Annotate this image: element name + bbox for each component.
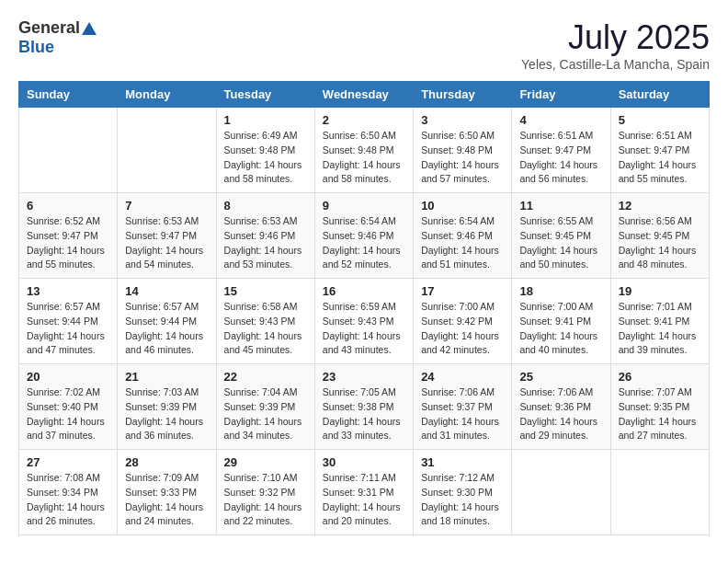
day-info: Sunrise: 7:00 AM Sunset: 9:42 PM Dayligh… [421,300,504,358]
sunrise-text: Sunrise: 6:53 AM [125,215,199,226]
sunrise-text: Sunrise: 6:49 AM [224,130,298,141]
day-info: Sunrise: 7:12 AM Sunset: 9:30 PM Dayligh… [421,471,504,529]
calendar-day-cell: 24 Sunrise: 7:06 AM Sunset: 9:37 PM Dayl… [414,364,512,450]
sunset-text: Sunset: 9:41 PM [619,316,690,327]
calendar-day-header: Saturday [610,82,709,108]
day-number: 30 [323,455,405,469]
sunset-text: Sunset: 9:42 PM [421,316,493,327]
sunset-text: Sunset: 9:34 PM [27,487,98,498]
daylight-text: Daylight: 14 hours and 47 minutes. [27,330,105,356]
sunrise-text: Sunrise: 7:05 AM [323,386,396,397]
day-info: Sunrise: 6:53 AM Sunset: 9:46 PM Dayligh… [224,214,307,272]
daylight-text: Daylight: 14 hours and 43 minutes. [323,330,401,356]
sunrise-text: Sunrise: 7:07 AM [619,386,692,397]
day-number: 8 [224,199,307,213]
day-number: 27 [27,455,109,469]
header: General Blue July 2025 Yeles, Castille-L… [18,18,710,72]
calendar-day-cell: 30 Sunrise: 7:11 AM Sunset: 9:31 PM Dayl… [314,450,413,535]
sunset-text: Sunset: 9:48 PM [323,144,394,155]
daylight-text: Daylight: 14 hours and 26 minutes. [27,501,105,527]
sunrise-text: Sunrise: 7:00 AM [421,301,495,312]
sunset-text: Sunset: 9:46 PM [421,230,493,241]
calendar-week-row: 6 Sunrise: 6:52 AM Sunset: 9:47 PM Dayli… [19,193,710,279]
sunrise-text: Sunrise: 6:54 AM [421,215,495,226]
calendar-day-cell: 27 Sunrise: 7:08 AM Sunset: 9:34 PM Dayl… [19,450,118,535]
day-number: 22 [224,370,307,384]
day-info: Sunrise: 7:05 AM Sunset: 9:38 PM Dayligh… [323,385,405,443]
calendar-day-cell: 2 Sunrise: 6:50 AM Sunset: 9:48 PM Dayli… [314,108,413,193]
daylight-text: Daylight: 14 hours and 54 minutes. [125,245,203,270]
calendar-day-cell: 10 Sunrise: 6:54 AM Sunset: 9:46 PM Dayl… [414,193,512,279]
sunset-text: Sunset: 9:36 PM [519,401,591,412]
day-number: 13 [27,284,109,298]
logo-general-text: General [18,18,80,38]
daylight-text: Daylight: 14 hours and 33 minutes. [323,416,401,442]
daylight-text: Daylight: 14 hours and 18 minutes. [421,501,499,527]
daylight-text: Daylight: 14 hours and 51 minutes. [421,245,499,270]
daylight-text: Daylight: 14 hours and 31 minutes. [421,416,499,442]
calendar-body: 1 Sunrise: 6:49 AM Sunset: 9:48 PM Dayli… [19,108,710,535]
daylight-text: Daylight: 14 hours and 22 minutes. [224,501,302,527]
logo-blue-text: Blue [18,38,54,56]
sunrise-text: Sunrise: 7:06 AM [421,386,495,397]
sunset-text: Sunset: 9:37 PM [421,401,493,412]
location-title: Yeles, Castille-La Mancha, Spain [521,57,710,72]
day-number: 29 [224,455,307,469]
day-info: Sunrise: 6:50 AM Sunset: 9:48 PM Dayligh… [421,129,504,187]
daylight-text: Daylight: 14 hours and 56 minutes. [519,159,597,185]
day-number: 6 [27,199,109,213]
day-number: 21 [125,370,208,384]
daylight-text: Daylight: 14 hours and 57 minutes. [421,159,499,185]
sunset-text: Sunset: 9:40 PM [27,401,98,412]
day-number: 18 [519,284,602,298]
sunset-text: Sunset: 9:38 PM [323,401,394,412]
daylight-text: Daylight: 14 hours and 39 minutes. [619,330,697,356]
calendar-day-cell: 22 Sunrise: 7:04 AM Sunset: 9:39 PM Dayl… [216,364,314,450]
day-info: Sunrise: 7:08 AM Sunset: 9:34 PM Dayligh… [27,471,109,529]
sunset-text: Sunset: 9:48 PM [224,144,296,155]
sunrise-text: Sunrise: 6:50 AM [323,130,396,141]
daylight-text: Daylight: 14 hours and 34 minutes. [224,416,302,442]
sunset-text: Sunset: 9:35 PM [619,401,690,412]
calendar-day-cell: 29 Sunrise: 7:10 AM Sunset: 9:32 PM Dayl… [216,450,314,535]
day-number: 19 [619,284,701,298]
day-info: Sunrise: 6:58 AM Sunset: 9:43 PM Dayligh… [224,300,307,358]
sunset-text: Sunset: 9:33 PM [125,487,197,498]
calendar-day-header: Monday [118,82,216,108]
calendar-day-cell: 5 Sunrise: 6:51 AM Sunset: 9:47 PM Dayli… [610,108,709,193]
sunrise-text: Sunrise: 7:03 AM [125,386,199,397]
sunrise-text: Sunrise: 6:53 AM [224,215,298,226]
daylight-text: Daylight: 14 hours and 42 minutes. [421,330,499,356]
calendar-day-cell: 9 Sunrise: 6:54 AM Sunset: 9:46 PM Dayli… [314,193,413,279]
logo: General Blue [18,18,97,57]
sunrise-text: Sunrise: 7:00 AM [519,301,593,312]
day-number: 9 [323,199,405,213]
calendar-day-cell: 28 Sunrise: 7:09 AM Sunset: 9:33 PM Dayl… [118,450,216,535]
day-number: 2 [323,113,405,127]
daylight-text: Daylight: 14 hours and 29 minutes. [519,416,597,442]
calendar-day-cell: 14 Sunrise: 6:57 AM Sunset: 9:44 PM Dayl… [118,279,216,364]
day-number: 28 [125,455,208,469]
calendar-day-cell: 12 Sunrise: 6:56 AM Sunset: 9:45 PM Dayl… [610,193,709,279]
day-info: Sunrise: 7:01 AM Sunset: 9:41 PM Dayligh… [619,300,701,358]
sunrise-text: Sunrise: 6:52 AM [27,215,100,226]
sunset-text: Sunset: 9:46 PM [224,230,296,241]
sunset-text: Sunset: 9:45 PM [519,230,591,241]
calendar-day-header: Tuesday [216,82,314,108]
daylight-text: Daylight: 14 hours and 45 minutes. [224,330,302,356]
calendar-day-cell [512,450,610,535]
daylight-text: Daylight: 14 hours and 48 minutes. [619,245,697,270]
day-info: Sunrise: 7:00 AM Sunset: 9:41 PM Dayligh… [519,300,602,358]
day-info: Sunrise: 7:06 AM Sunset: 9:37 PM Dayligh… [421,385,504,443]
calendar-day-cell: 23 Sunrise: 7:05 AM Sunset: 9:38 PM Dayl… [314,364,413,450]
calendar-day-cell: 13 Sunrise: 6:57 AM Sunset: 9:44 PM Dayl… [19,279,118,364]
day-number: 26 [619,370,701,384]
sunset-text: Sunset: 9:48 PM [421,144,493,155]
sunrise-text: Sunrise: 6:51 AM [519,130,593,141]
sunset-text: Sunset: 9:47 PM [519,144,591,155]
daylight-text: Daylight: 14 hours and 58 minutes. [323,159,401,185]
sunset-text: Sunset: 9:44 PM [27,316,98,327]
day-info: Sunrise: 6:56 AM Sunset: 9:45 PM Dayligh… [619,214,701,272]
daylight-text: Daylight: 14 hours and 58 minutes. [224,159,302,185]
calendar-day-cell: 25 Sunrise: 7:06 AM Sunset: 9:36 PM Dayl… [512,364,610,450]
